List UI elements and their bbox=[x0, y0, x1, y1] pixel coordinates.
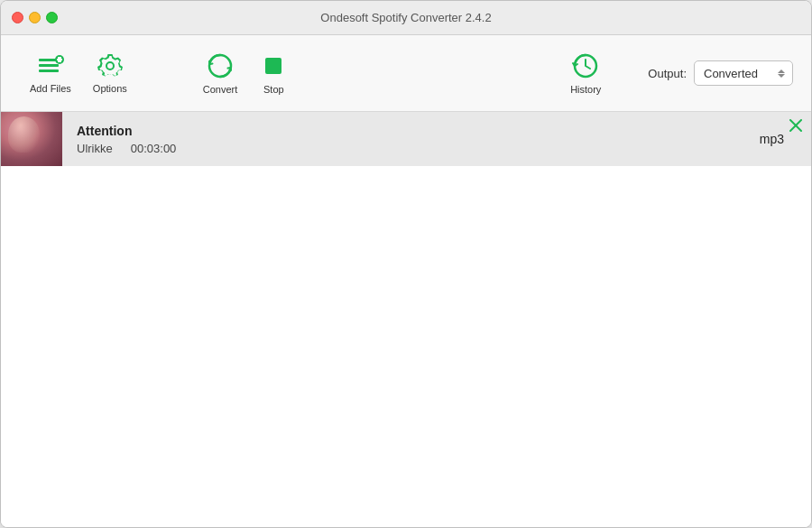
track-info: Attention Ulrikke 00:03:00 bbox=[62, 118, 760, 161]
add-files-button[interactable]: Add Files bbox=[19, 45, 82, 101]
toolbar: Add Files Options Convert bbox=[1, 35, 811, 112]
album-art bbox=[1, 112, 62, 166]
options-label: Options bbox=[93, 83, 127, 94]
output-dropdown[interactable]: Converted bbox=[694, 60, 793, 86]
close-button[interactable] bbox=[12, 12, 23, 23]
options-button[interactable]: Options bbox=[82, 45, 138, 101]
arrow-up-icon bbox=[778, 69, 785, 73]
convert-icon bbox=[206, 51, 235, 80]
window-title: Ondesoft Spotify Converter 2.4.2 bbox=[320, 11, 491, 24]
svg-rect-2 bbox=[39, 69, 59, 72]
output-value: Converted bbox=[704, 67, 758, 80]
track-duration: 00:03:00 bbox=[131, 142, 177, 155]
output-section: Output: Converted bbox=[648, 60, 793, 86]
stop-label: Stop bbox=[263, 84, 284, 95]
history-label: History bbox=[570, 84, 601, 95]
stop-icon bbox=[265, 58, 281, 74]
add-files-label: Add Files bbox=[30, 83, 71, 94]
history-button[interactable]: History bbox=[559, 44, 612, 102]
close-icon bbox=[789, 119, 802, 132]
track-title: Attention bbox=[77, 124, 745, 138]
track-thumbnail bbox=[1, 112, 62, 166]
gear-icon bbox=[97, 52, 124, 79]
convert-label: Convert bbox=[203, 84, 238, 95]
track-artist: Ulrikke bbox=[77, 142, 113, 155]
track-artist-row: Ulrikke 00:03:00 bbox=[77, 142, 745, 155]
output-label: Output: bbox=[648, 67, 687, 80]
traffic-lights bbox=[12, 12, 58, 23]
minimize-button[interactable] bbox=[29, 12, 41, 23]
track-format: mp3 bbox=[760, 132, 784, 146]
dropdown-arrow bbox=[778, 69, 785, 78]
convert-button[interactable]: Convert bbox=[192, 44, 249, 102]
svg-rect-1 bbox=[39, 64, 59, 67]
title-bar: Ondesoft Spotify Converter 2.4.2 bbox=[1, 1, 811, 35]
table-row: Attention Ulrikke 00:03:00 mp3 bbox=[1, 112, 811, 166]
arrow-down-icon bbox=[778, 74, 785, 78]
content-area: Attention Ulrikke 00:03:00 mp3 bbox=[1, 112, 811, 527]
remove-track-button[interactable] bbox=[788, 117, 804, 134]
app-window: Ondesoft Spotify Converter 2.4.2 Add Fil… bbox=[0, 0, 812, 528]
maximize-button[interactable] bbox=[46, 12, 58, 23]
history-icon bbox=[571, 51, 600, 80]
add-files-icon bbox=[37, 52, 64, 79]
svg-rect-5 bbox=[57, 59, 62, 60]
stop-button[interactable]: Stop bbox=[248, 44, 299, 102]
